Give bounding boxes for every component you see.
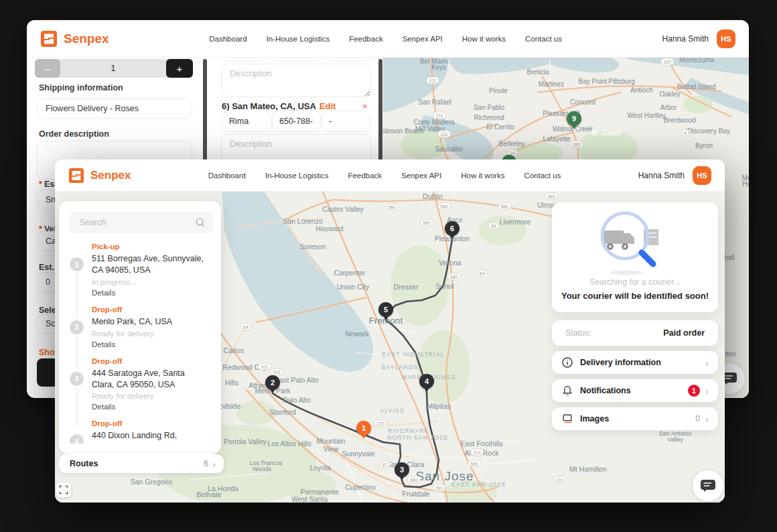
nav-feedback[interactable]: Feedback [348,172,382,180]
nav-in-house-logistics[interactable]: In-House Logistics [265,172,329,180]
shipping-information-input[interactable] [37,98,192,119]
map-marker[interactable]: 9 [567,111,581,129]
fullscreen-button[interactable] [56,482,71,497]
map-label: Newark [345,330,369,338]
stop-details-link[interactable]: Details [92,289,207,297]
map-label: Carpenter [334,269,366,277]
map-marker[interactable]: 4 [419,374,434,392]
nav-senpex-api[interactable]: Senpex API [401,172,441,180]
nav-contact-us[interactable]: Contact us [524,172,561,180]
map-label: Antioch [630,86,652,94]
contact-phone-input[interactable] [272,111,321,132]
delivery-information-row[interactable]: Delivery information › [552,351,718,374]
map-label: Mt Diablo [591,129,622,137]
remove-stop-button[interactable]: × [362,101,368,111]
route-shield: 101 [270,369,283,376]
map-label: Woods [253,466,271,472]
map-label: Brentwood [664,117,696,124]
map-label: Pinole [489,87,508,94]
senpex-logo-icon [40,30,58,48]
map-label: Bethel Island [677,83,716,90]
stop-address: Menlo Park, CA, USA [92,316,172,328]
user-name: Hanna Smith [662,34,709,44]
contact-ext-input[interactable] [322,111,370,132]
edit-link[interactable]: Edit [320,101,336,111]
user-menu[interactable]: Hanna Smith HS [638,166,711,185]
map-marker[interactable]: 5 [378,302,393,320]
stop-status: Ready for delivery [92,330,172,338]
order-tracking-window: DublinCastro ValleyUlmarAscoLivermoreSan… [55,159,725,503]
notifications-badge: 1 [688,385,700,397]
list-item[interactable]: 2 Drop-off Menlo Park, CA, USA Ready for… [70,306,213,348]
quantity-decrease-button[interactable]: – [35,59,60,78]
images-label: Images [580,414,609,423]
nav-feedback[interactable]: Feedback [349,35,383,43]
avatar[interactable]: HS [693,166,711,185]
map-label: hall [724,254,735,261]
map-label: Bellvale [197,490,222,498]
stop-details-link[interactable]: Details [92,403,207,411]
courier-message: Your courier will be identified soon! [561,291,709,301]
map-label: Berkeley [499,140,525,147]
stop-body: Drop-off Menlo Park, CA, USA Ready for d… [92,306,172,348]
nav-dashboard[interactable]: Dashboard [208,172,246,180]
stop-details-link[interactable]: Details [92,340,172,348]
map-label: RIVERMARK [388,427,429,434]
routes-count: 6 › [204,459,216,469]
map-marker[interactable]: 2 [265,375,280,393]
map-label: Keys [431,64,446,71]
nav-dashboard[interactable]: Dashboard [209,35,246,43]
brand[interactable]: Senpex [40,30,109,48]
images-row[interactable]: Images 0 › [552,407,718,430]
quantity-increase-button[interactable]: + [166,59,193,78]
tracking-map[interactable]: DublinCastro ValleyUlmarAscoLivermoreSan… [55,192,725,503]
routes-bar[interactable]: Routes 6 › [59,454,224,473]
chevron-right-icon: › [705,414,709,424]
search-bar[interactable] [70,212,213,233]
contact-name-input[interactable] [222,111,271,132]
map-marker[interactable]: 3 [395,462,409,480]
map-label: Dresser [394,283,419,291]
status-value: Paid order [663,328,705,338]
avatar[interactable]: HS [717,29,735,48]
list-item[interactable]: 3 Drop-off 444 Saratoga Ave, Santa Clara… [70,357,213,411]
nav-contact-us[interactable]: Contact us [525,35,562,43]
description-textarea[interactable] [221,64,371,97]
notifications-row[interactable]: Notifications 1 › [552,379,718,402]
search-input[interactable] [78,217,195,228]
map-label: Byron [695,142,713,149]
map-marker[interactable]: 6 [445,221,460,239]
list-item[interactable]: 1 Pick-up 511 Borregas Ave, Sunnyvale, C… [70,243,213,297]
brand[interactable]: Senpex [68,168,131,184]
route-shield: 680 [468,460,481,468]
map-label: House [743,180,749,188]
nav-in-house-logistics[interactable]: In-House Logistics [267,35,330,43]
background-header: Senpex Dashboard In-House Logistics Feed… [27,20,749,58]
list-item[interactable]: 4 Drop-off 440 Dixon Landing Rd, Milpita… [70,419,213,444]
map-label: Hills [225,379,238,387]
route-shield: 580 [385,204,399,211]
chevron-right-icon[interactable]: › [212,459,216,469]
map-marker[interactable]: 1 [356,421,371,439]
chat-button[interactable] [693,470,723,501]
nav-senpex-api[interactable]: Senpex API [403,35,443,43]
stop-status: Ready for delivery [92,392,207,400]
quantity-stepper[interactable]: – 1 + [35,59,193,78]
map-label: Montezuma [679,58,714,64]
map-label: Arbor [660,104,677,111]
stop-rail: 2 [70,306,92,348]
route-shield: 160 [660,58,674,66]
nav-how-it-works[interactable]: How it works [462,35,506,43]
map-label: Mt Hamilton [569,465,607,473]
stop-rail: 1 [70,243,92,297]
route-shield: 101 [433,112,446,119]
stop-rail: 4 [70,419,92,444]
stop-address: 444 Saratoga Ave, Santa Clara, CA 95050,… [92,368,207,391]
nav-how-it-works[interactable]: How it works [461,172,504,180]
map-label: EAST INDUSTRIAL [382,351,445,358]
main-nav: Dashboard In-House Logistics Feedback Se… [209,35,562,43]
map-label: Pittsburg [608,78,634,85]
user-menu[interactable]: Hanna Smith HS [662,29,735,48]
chat-icon [700,479,716,492]
stops-list[interactable]: 1 Pick-up 511 Borregas Ave, Sunnyvale, C… [70,243,213,444]
